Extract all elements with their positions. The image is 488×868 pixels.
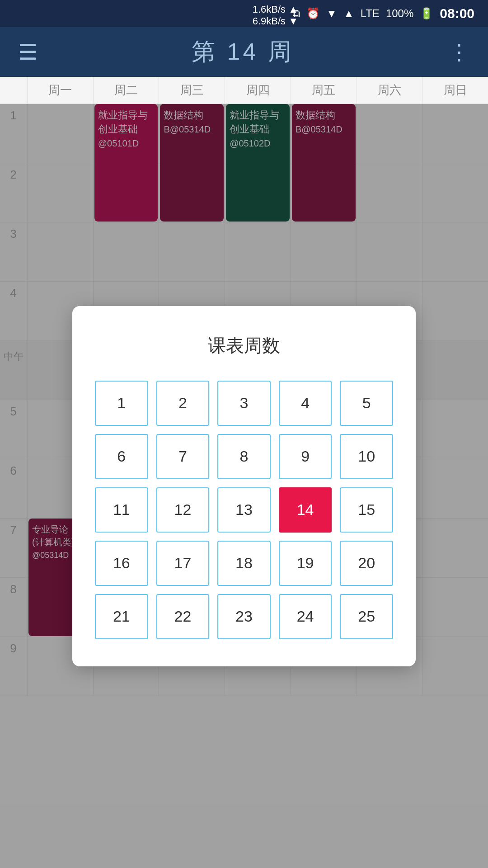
week-cell-12[interactable]: 12	[156, 487, 210, 533]
week-cell-13[interactable]: 13	[217, 487, 271, 533]
week-cell-15[interactable]: 15	[340, 487, 393, 533]
week-cell-16[interactable]: 16	[95, 541, 148, 586]
lte-icon: LTE	[361, 7, 380, 20]
week-cell-20[interactable]: 20	[340, 541, 393, 586]
alarm-icon: ⏰	[306, 7, 320, 20]
week-cell-7[interactable]: 7	[156, 434, 210, 479]
battery-icon: 🔋	[420, 7, 433, 20]
schedule-area: 1 就业指导与创业基础@05101D 数据结构B@05314D 就业指导与创业基…	[0, 104, 488, 868]
status-bar: 1.6kB/s ▲ 6.9kB/s ▼ ⧉ ⏰ ▼ ▲ LTE 100% 🔋 0…	[0, 0, 488, 27]
network-speed: 1.6kB/s ▲ 6.9kB/s ▼	[253, 4, 298, 28]
signal-icon: ▲	[343, 7, 354, 20]
menu-button[interactable]: ☰	[18, 39, 38, 65]
day-header-fri: 周五	[291, 77, 357, 104]
day-header-mon: 周一	[27, 77, 93, 104]
day-headers: 周一 周二 周三 周四 周五 周六 周日	[0, 77, 488, 104]
week-cell-18[interactable]: 18	[217, 541, 271, 586]
wifi-icon: ▼	[326, 7, 337, 20]
week-cell-21[interactable]: 21	[95, 594, 148, 639]
week-grid: 1234567891011121314151617181920212223242…	[95, 381, 393, 639]
more-options-button[interactable]: ⋮	[448, 39, 470, 65]
week-cell-11[interactable]: 11	[95, 487, 148, 533]
modal-overlay[interactable]: 课表周数 12345678910111213141516171819202122…	[0, 104, 488, 868]
week-cell-8[interactable]: 8	[217, 434, 271, 479]
status-icons: ⧉ ⏰ ▼ ▲ LTE 100% 🔋 08:00	[292, 6, 474, 21]
clock: 08:00	[440, 6, 474, 21]
week-picker-modal: 课表周数 12345678910111213141516171819202122…	[72, 306, 416, 666]
day-header-wed: 周三	[159, 77, 225, 104]
week-cell-14[interactable]: 14	[279, 487, 332, 533]
week-cell-6[interactable]: 6	[95, 434, 148, 479]
day-header-sun: 周日	[422, 77, 488, 104]
week-cell-3[interactable]: 3	[217, 381, 271, 426]
week-cell-9[interactable]: 9	[279, 434, 332, 479]
battery-percent: 100%	[386, 7, 413, 20]
day-header-tue: 周二	[93, 77, 159, 104]
week-cell-22[interactable]: 22	[156, 594, 210, 639]
week-cell-4[interactable]: 4	[279, 381, 332, 426]
day-header-sat: 周六	[357, 77, 422, 104]
week-cell-23[interactable]: 23	[217, 594, 271, 639]
app-header: ☰ 第 14 周 ⋮	[0, 27, 488, 77]
week-cell-25[interactable]: 25	[340, 594, 393, 639]
week-cell-2[interactable]: 2	[156, 381, 210, 426]
week-cell-1[interactable]: 1	[95, 381, 148, 426]
week-cell-24[interactable]: 24	[279, 594, 332, 639]
week-cell-10[interactable]: 10	[340, 434, 393, 479]
day-header-thu: 周四	[225, 77, 291, 104]
week-title: 第 14 周	[192, 36, 294, 68]
week-cell-19[interactable]: 19	[279, 541, 332, 586]
week-cell-5[interactable]: 5	[340, 381, 393, 426]
week-cell-17[interactable]: 17	[156, 541, 210, 586]
modal-title: 课表周数	[95, 333, 393, 358]
